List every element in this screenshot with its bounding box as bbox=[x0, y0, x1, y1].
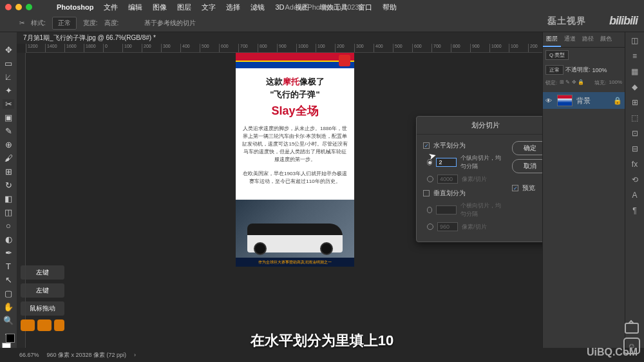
crop-tool[interactable]: ✂ bbox=[3, 99, 14, 109]
key-hint-3: 鼠标拖动 bbox=[21, 301, 64, 316]
menu-filter[interactable]: 滤镜 bbox=[245, 3, 270, 12]
menu-layer[interactable]: 图层 bbox=[172, 3, 196, 12]
gradient-tool[interactable]: ◫ bbox=[3, 207, 14, 217]
eyedropper-tool[interactable]: ✎ bbox=[3, 126, 14, 136]
top-badge-icon bbox=[339, 55, 350, 66]
history-brush-tool[interactable]: ↻ bbox=[3, 180, 14, 190]
zoom-level[interactable]: 66.67% bbox=[19, 352, 39, 358]
eraser-tool[interactable]: ◧ bbox=[3, 194, 14, 204]
doc-paragraph-1: 人类追求速度的脚步，从未止步。1886年，世界上第一辆三轮汽车由卡尔·本茨制造，… bbox=[242, 125, 348, 164]
wand-tool[interactable]: ✦ bbox=[3, 86, 14, 95]
doc-car-image bbox=[236, 200, 354, 258]
video-subtitle: 在水平划分为里填上10 bbox=[251, 331, 393, 350]
key-hints-overlay: 左键 左键 鼠标拖动 bbox=[21, 265, 64, 331]
tab-channels[interactable]: 通道 bbox=[561, 32, 579, 47]
style-dropdown[interactable]: 正常 bbox=[52, 17, 77, 30]
panel-icon-8[interactable]: ⊟ bbox=[632, 144, 638, 153]
menu-select[interactable]: 选择 bbox=[221, 3, 245, 12]
layer-visibility-icon[interactable]: 👁 bbox=[545, 97, 553, 104]
panel-icon-5[interactable]: ⊞ bbox=[632, 98, 638, 107]
panel-icon-4[interactable]: ◆ bbox=[632, 82, 638, 91]
lasso-tool[interactable]: ⟀ bbox=[3, 72, 14, 82]
panel-tabs: 图层 通道 路径 颜色 bbox=[543, 32, 625, 48]
v-pixels-input bbox=[437, 222, 458, 231]
tab-paths[interactable]: 路径 bbox=[579, 32, 597, 47]
type-tool[interactable]: T bbox=[3, 262, 14, 271]
watermark-bilibili: bilibili bbox=[609, 14, 638, 28]
h-slices-input[interactable] bbox=[436, 158, 457, 167]
h-pixels-input bbox=[437, 175, 458, 184]
layer-thumbnail bbox=[557, 95, 573, 106]
menu-bar: Photoshop 文件 编辑 图像 图层 文字 选择 滤镜 3D 视图 增效工… bbox=[0, 0, 644, 14]
brush-tool[interactable]: 🖌 bbox=[3, 153, 14, 163]
document-canvas[interactable]: 这款摩托像极了 "飞行的子弹" Slay全场 人类追求速度的脚步，从未止步。18… bbox=[236, 53, 354, 348]
panel-icon-3[interactable]: ▦ bbox=[631, 67, 638, 76]
doc-title-line2: "飞行的子弹" bbox=[242, 89, 348, 100]
horizontal-divide-checkbox[interactable] bbox=[423, 142, 430, 149]
style-label: 样式: bbox=[31, 19, 46, 28]
dodge-tool[interactable]: ◐ bbox=[3, 234, 14, 244]
pen-tool[interactable]: ✒ bbox=[3, 248, 14, 258]
panel-icon-11[interactable]: A bbox=[632, 191, 637, 200]
layer-row-background[interactable]: 👁 背景 🔒 bbox=[543, 92, 625, 109]
close-window-button[interactable] bbox=[5, 4, 12, 10]
h-pixels-unit: 像素/切片 bbox=[462, 175, 487, 184]
vertical-divide-checkbox[interactable] bbox=[423, 190, 430, 196]
menu-image[interactable]: 图像 bbox=[147, 3, 172, 12]
panel-icon-2[interactable]: ≡ bbox=[632, 52, 637, 61]
menu-help[interactable]: 帮助 bbox=[377, 3, 402, 12]
stamp-tool[interactable]: ⊞ bbox=[3, 167, 14, 176]
vertical-divide-label: 垂直划分为 bbox=[433, 189, 466, 198]
menu-edit[interactable]: 编辑 bbox=[123, 3, 147, 12]
doc-title-line1: 这款摩托像极了 bbox=[242, 76, 348, 88]
zoom-tool[interactable]: 🔍 bbox=[3, 316, 14, 325]
blur-tool[interactable]: ○ bbox=[3, 221, 14, 231]
path-tool[interactable]: ↖ bbox=[3, 275, 14, 285]
v-slices-input bbox=[436, 205, 457, 214]
background-color-swatch[interactable] bbox=[6, 334, 15, 343]
healing-tool[interactable]: ⊕ bbox=[3, 140, 14, 149]
key-hint-2: 左键 bbox=[21, 283, 64, 298]
guide-slice-label[interactable]: 基于参考线的切片 bbox=[144, 19, 196, 28]
race-car-illustration bbox=[247, 224, 342, 252]
menu-type[interactable]: 文字 bbox=[196, 3, 221, 12]
panel-icon-1[interactable]: ◫ bbox=[631, 36, 638, 45]
hand-tool[interactable]: ✋ bbox=[3, 302, 14, 312]
layer-kind-dropdown[interactable]: Q 类型 bbox=[545, 50, 569, 60]
document-tab-label: 7月第1期_飞行的子弹.jpg @ 66.7%(RGB/8#) * bbox=[23, 34, 156, 41]
document-tab[interactable]: 7月第1期_飞行的子弹.jpg @ 66.7%(RGB/8#) * bbox=[17, 32, 162, 44]
lock-icon: 🔒 bbox=[613, 97, 622, 105]
minimize-window-button[interactable] bbox=[15, 4, 22, 10]
panel-icon-10[interactable]: ⟲ bbox=[632, 175, 638, 184]
preview-checkbox[interactable] bbox=[512, 185, 518, 191]
lock-icons[interactable]: ⊞ ✎ ✥ 🔒 bbox=[560, 79, 584, 86]
opacity-value[interactable]: 100% bbox=[592, 67, 607, 73]
orange-pill-1 bbox=[21, 319, 35, 331]
orange-pill-3 bbox=[54, 319, 64, 331]
fill-value[interactable]: 100% bbox=[609, 79, 622, 86]
tab-color[interactable]: 颜色 bbox=[597, 32, 615, 47]
document-info: 960 像素 x 20328 像素 (72 ppi) bbox=[47, 351, 127, 359]
tv-icon bbox=[625, 323, 639, 334]
fullscreen-window-button[interactable] bbox=[26, 4, 32, 10]
h-pixels-radio[interactable] bbox=[427, 176, 433, 182]
menu-file[interactable]: 文件 bbox=[99, 3, 123, 12]
panel-icon-9[interactable]: fx bbox=[632, 160, 638, 169]
marquee-tool[interactable]: ▭ bbox=[3, 59, 14, 68]
right-icon-bar: ◫ ≡ ▦ ◆ ⊞ ⬚ ⊡ ⊟ fx ⟲ A ¶ bbox=[625, 32, 644, 348]
info-chevron-icon[interactable]: › bbox=[134, 352, 136, 358]
move-tool[interactable]: ✥ bbox=[3, 45, 14, 55]
orange-pill-2 bbox=[37, 319, 52, 331]
key-hint-1: 左键 bbox=[21, 265, 64, 280]
frame-tool[interactable]: ▣ bbox=[3, 113, 14, 122]
v-pixels-unit: 像素/切片 bbox=[462, 223, 487, 231]
blend-mode-dropdown[interactable]: 正常 bbox=[545, 65, 564, 75]
panel-icon-12[interactable]: ¶ bbox=[632, 206, 636, 215]
horizontal-ruler: 1200140016001800010020030040050060070080… bbox=[26, 44, 542, 53]
tab-layers[interactable]: 图层 bbox=[543, 32, 561, 47]
h-slices-radio[interactable] bbox=[427, 159, 432, 166]
layers-panel: 图层 通道 路径 颜色 Q 类型 正常 不透明度: 100% 锁定: ⊞ ✎ ✥… bbox=[542, 32, 625, 348]
panel-icon-6[interactable]: ⬚ bbox=[631, 113, 638, 122]
shape-tool[interactable]: ▢ bbox=[3, 289, 14, 298]
panel-icon-7[interactable]: ⊡ bbox=[632, 129, 638, 138]
